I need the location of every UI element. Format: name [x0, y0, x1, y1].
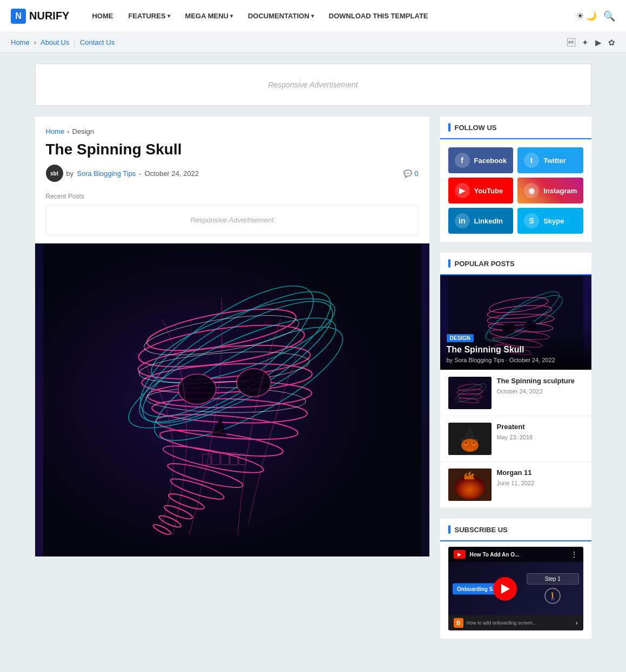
twitter-top-icon[interactable]: ✦ [582, 38, 589, 47]
mega-menu-chevron-icon: ▾ [230, 13, 233, 19]
facebook-follow-btn[interactable]: f Facebook [448, 147, 514, 173]
author-avatar: sbt [46, 165, 63, 182]
skype-label: Skype [543, 217, 564, 225]
sun-icon: ☀ [576, 11, 584, 21]
heading-bar-2 [448, 259, 450, 268]
by-text: by [66, 169, 74, 178]
youtube-label: YouTube [474, 187, 503, 195]
youtube-icon: ▶ [455, 183, 470, 198]
breadcrumb-separator: › [34, 38, 36, 46]
skype-icon: S [524, 213, 539, 228]
post-list-title-2: Preatent [497, 423, 583, 432]
heading-bar-3 [448, 525, 450, 534]
nav-download[interactable]: DOWNLOAD THIS TEMPLATE [322, 8, 435, 24]
recent-posts-label: Recent Posts [35, 193, 429, 205]
theme-toggle[interactable]: ☀ 🌙 [576, 11, 597, 21]
heading-bar [448, 123, 450, 132]
post-list-date-3: June 11, 2022 [497, 480, 583, 486]
comment-icon: 💬 [403, 169, 412, 178]
subscribe-video[interactable]: ▶ How To Add An O... ⋮ Onboarding Screen [448, 547, 583, 630]
featured-badge: DESIGN [447, 334, 474, 342]
twitter-icon: t [524, 153, 539, 168]
subscribe-section: SUBSCRIBE US ▶ How To Add An O... [440, 519, 591, 639]
svg-rect-0 [43, 243, 421, 556]
popular-posts-section: POPULAR POSTS [440, 253, 591, 508]
moon-icon: 🌙 [586, 11, 597, 21]
video-bottom-text: How to add onboarding screen... [467, 620, 573, 626]
breadcrumb-home[interactable]: Home [46, 127, 65, 135]
popular-post-1[interactable]: The Spinning sculpture October 24, 2022 [440, 370, 591, 416]
post-title: The Spinning Skull [46, 141, 419, 158]
youtube-follow-btn[interactable]: ▶ YouTube [448, 178, 514, 203]
features-chevron-icon: ▾ [167, 13, 170, 19]
featured-meta: by Sora Blogging Tips · October 24, 2022 [447, 357, 585, 363]
subscribe-heading: SUBSCRIBE US [455, 526, 508, 534]
featured-title: The Spinning Skull [447, 345, 585, 355]
video-arrow-icon: › [576, 619, 578, 627]
svg-rect-46 [448, 377, 492, 409]
sidebar: FOLLOW US f Facebook t Twitter ▶ YouTube [440, 117, 591, 639]
main-content: Home › Design The Spinning Skull sbt by … [35, 117, 429, 556]
post-list-title-1: The Spinning sculpture [497, 377, 583, 386]
twitter-label: Twitter [543, 157, 566, 165]
search-button[interactable]: 🔍 [603, 10, 615, 22]
top-nav: N NURIFY HOME FEATURES ▾ MEGA MENU ▾ DOC… [0, 0, 626, 32]
step-icon: 🚶 [544, 588, 561, 604]
youtube-top-icon[interactable]: ▶ [595, 38, 602, 47]
site-logo[interactable]: N NURIFY [11, 9, 69, 24]
post-date: October 24, 2022 [145, 169, 199, 178]
linkedin-label: LinkedIn [474, 217, 503, 225]
linkedin-follow-btn[interactable]: in LinkedIn [448, 208, 514, 234]
instagram-follow-btn[interactable]: ◉ Instagram [517, 178, 583, 203]
linkedin-icon: in [455, 213, 470, 228]
post-list-date-2: May 23, 2018 [497, 434, 583, 440]
post-ad: Responsive Advertisement [46, 205, 419, 235]
logo-box: N [11, 9, 26, 24]
post-list-date-1: October 24, 2022 [497, 388, 583, 395]
ad-banner: Responsive Advertisement [35, 64, 591, 106]
follow-us-section: FOLLOW US f Facebook t Twitter ▶ YouTube [440, 117, 591, 242]
author-name[interactable]: Sora Blogging Tips [77, 169, 136, 178]
nav-home[interactable]: HOME [85, 8, 119, 24]
video-title: How To Add An O... [470, 552, 520, 558]
follow-heading: FOLLOW US [455, 124, 497, 132]
blogger-icon: B [454, 618, 463, 628]
popular-heading: POPULAR POSTS [455, 260, 515, 268]
secondary-about-link[interactable]: About Us [41, 38, 69, 46]
nav-mega-menu[interactable]: MEGA MENU ▾ [179, 8, 239, 24]
post-breadcrumb: Home › Design [46, 127, 419, 135]
facebook-label: Facebook [474, 157, 507, 165]
video-step: Step 1 [527, 573, 579, 585]
facebook-icon: f [455, 153, 470, 168]
instagram-label: Instagram [543, 187, 577, 195]
post-list-title-3: Morgan 11 [497, 469, 583, 478]
comment-count: 0 [414, 169, 418, 178]
twitter-follow-btn[interactable]: t Twitter [517, 147, 583, 173]
secondary-contact-link[interactable]: Contact Us [80, 38, 115, 46]
documentation-chevron-icon: ▾ [311, 13, 314, 19]
dash-separator: - [139, 169, 141, 178]
breadcrumb-category: Design [72, 127, 94, 135]
video-menu-icon[interactable]: ⋮ [570, 550, 578, 559]
youtube-logo-icon: ▶ [454, 550, 466, 559]
breadcrumb-arrow: › [67, 127, 69, 135]
breadcrumb-separator-2: | [74, 38, 76, 46]
nav-documentation[interactable]: DOCUMENTATION ▾ [241, 8, 320, 24]
secondary-nav: Home › About Us | Contact Us  ✦ ▶ ✿ [0, 32, 626, 53]
nav-features[interactable]: FEATURES ▾ [122, 8, 176, 24]
skype-follow-btn[interactable]: S Skype [517, 208, 583, 234]
instagram-icon: ◉ [524, 183, 539, 198]
featured-post[interactable]: DESIGN The Spinning Skull by Sora Bloggi… [440, 275, 591, 370]
popular-post-2[interactable]: Preatent May 23, 2018 [440, 416, 591, 462]
play-button[interactable] [493, 577, 517, 601]
post-image [35, 243, 429, 556]
logo-name: NURIFY [29, 10, 69, 22]
secondary-home-link[interactable]: Home [11, 38, 30, 46]
popular-post-3[interactable]: Morgan 11 June 11, 2022 [440, 462, 591, 508]
pinterest-top-icon[interactable]: ✿ [608, 38, 615, 47]
facebook-top-icon[interactable]:  [567, 38, 575, 47]
